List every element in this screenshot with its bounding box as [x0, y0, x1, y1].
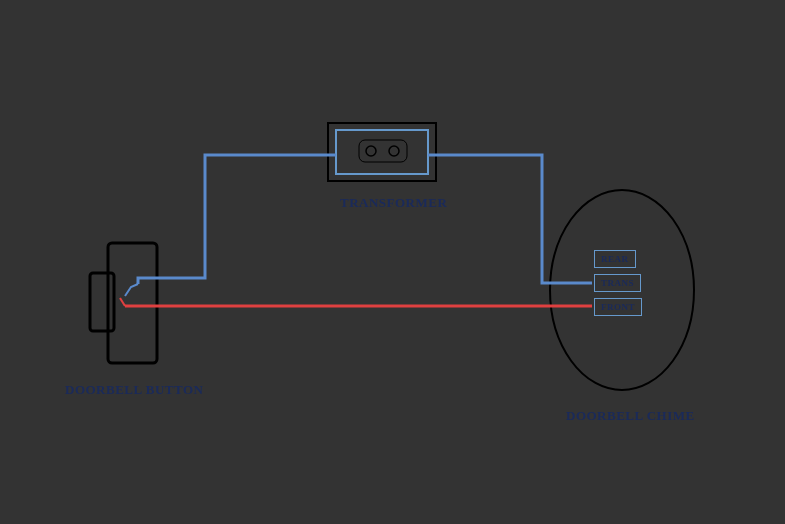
transformer-outer: [328, 123, 436, 181]
terminal-trans: TRANS: [594, 274, 641, 292]
doorbell-button-push: [90, 273, 114, 331]
doorbell-chime-label: DOORBELL CHIME: [566, 408, 695, 424]
wire-red-hook: [120, 298, 125, 306]
terminal-front: FRONT: [594, 298, 642, 316]
doorbell-button-label: DOORBELL BUTTON: [65, 382, 203, 398]
wire-blue-right: [428, 155, 592, 283]
transformer-inner: [336, 130, 428, 174]
wire-blue-hook: [125, 284, 138, 296]
transformer-terminal-right: [389, 146, 399, 156]
terminal-rear: REAR: [594, 250, 636, 268]
transformer-label: TRANSFORMER: [340, 195, 447, 211]
wire-blue-left: [138, 155, 336, 284]
transformer-terminal-left: [366, 146, 376, 156]
wiring-diagram: [0, 0, 785, 524]
